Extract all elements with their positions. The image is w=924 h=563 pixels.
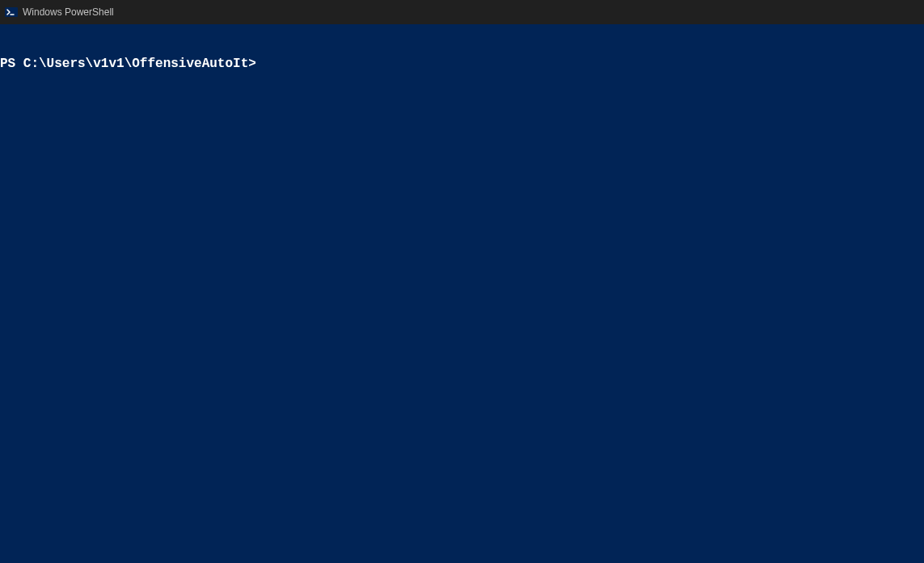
titlebar[interactable]: Windows PowerShell [0,0,924,24]
svg-rect-0 [5,7,18,17]
terminal-area[interactable]: PS C:\Users\v1v1\OffensiveAutoIt> [0,24,924,563]
powershell-icon [5,6,18,19]
prompt-line: PS C:\Users\v1v1\OffensiveAutoIt> [0,57,924,72]
prompt-text: PS C:\Users\v1v1\OffensiveAutoIt> [0,57,264,72]
terminal-input[interactable] [264,57,924,72]
window-title: Windows PowerShell [23,0,114,24]
